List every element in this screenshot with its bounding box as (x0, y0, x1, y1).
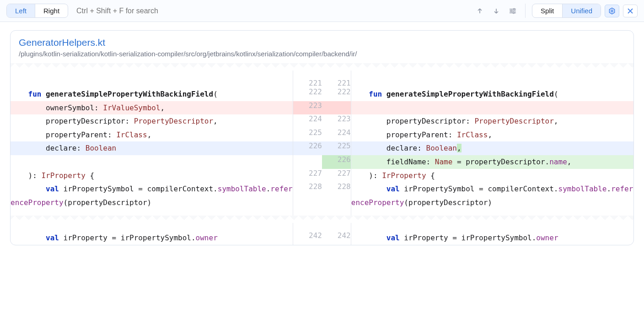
line-number-right (322, 101, 351, 115)
code-left: val irPropertySymbol = compilerContext.s… (11, 182, 293, 209)
code-left (11, 155, 293, 169)
diff-row: 221 221 (11, 70, 633, 87)
code-right: propertyDescriptor: PropertyDescriptor, (351, 114, 633, 128)
left-button[interactable]: Left (7, 4, 35, 17)
code-right (351, 70, 633, 87)
line-number-right: 222 (322, 87, 351, 101)
search-area (75, 4, 519, 18)
next-match-icon[interactable] (490, 5, 502, 17)
code-left: propertyParent: IrClass, (11, 128, 293, 142)
side-toggle: Left Right (6, 4, 68, 18)
line-number-left: 222 (293, 87, 322, 101)
gear-hexagon-icon[interactable] (605, 5, 619, 17)
diff-row: ): IrProperty { 227 227 ): IrProperty { (11, 169, 633, 183)
line-number-right: 223 (322, 114, 351, 128)
settings-sliders-icon[interactable] (507, 5, 519, 17)
spacer (11, 209, 633, 216)
page-body: GeneratorHelpers.kt /plugins/kotlin-seri… (0, 22, 644, 254)
right-button[interactable]: Right (35, 4, 68, 17)
code-left (11, 70, 293, 87)
code-left: val irProperty = irPropertySymbol.owner (11, 223, 293, 245)
toolbar: Left Right Split Unified (0, 0, 644, 22)
diff-row: propertyDescriptor: PropertyDescriptor, … (11, 114, 633, 128)
code-left: ownerSymbol: IrValueSymbol, (11, 101, 293, 115)
collapsed-region-indicator[interactable] (11, 63, 633, 70)
unified-button[interactable]: Unified (562, 4, 601, 17)
code-left: propertyDescriptor: PropertyDescriptor, (11, 114, 293, 128)
line-number-right: 242 (322, 223, 351, 245)
diff-table: val irProperty = irPropertySymbol.owner … (11, 223, 633, 245)
svg-point-0 (514, 8, 515, 10)
code-left: fun generateSimplePropertyWithBackingFie… (11, 87, 293, 101)
line-number-right: 227 (322, 169, 351, 183)
line-number-right: 226 (322, 155, 351, 169)
line-number-left: 223 (293, 101, 322, 115)
code-left: ): IrProperty { (11, 169, 293, 183)
code-right (351, 101, 633, 115)
line-number-left: 242 (293, 223, 322, 245)
diff-row: val irProperty = irPropertySymbol.owner … (11, 223, 633, 245)
diff-row-modified: declare: Boolean 226 225 declare: Boolea… (11, 141, 633, 155)
close-icon[interactable] (623, 5, 638, 17)
diff-row-added: 226 fieldName: Name = propertyDescriptor… (11, 155, 633, 169)
code-right: val irPropertySymbol = compilerContext.s… (351, 182, 633, 209)
view-mode-toggle: Split Unified (532, 4, 601, 18)
line-number-right: 225 (322, 141, 351, 155)
line-number-left (293, 155, 322, 169)
right-toolbar-cluster: Split Unified (525, 4, 638, 18)
search-input[interactable] (75, 4, 469, 18)
svg-point-2 (513, 12, 515, 13)
code-right: propertyParent: IrClass, (351, 128, 633, 142)
file-title[interactable]: GeneratorHelpers.kt (19, 37, 625, 48)
code-right: fun generateSimplePropertyWithBackingFie… (351, 87, 633, 101)
line-number-left: 226 (293, 141, 322, 155)
line-number-left: 225 (293, 128, 322, 142)
line-number-left: 228 (293, 182, 322, 209)
code-right: fieldName: Name = propertyDescriptor.nam… (351, 155, 633, 169)
line-number-left: 227 (293, 169, 322, 183)
line-number-right: 224 (322, 128, 351, 142)
diff-row: fun generateSimplePropertyWithBackingFie… (11, 87, 633, 101)
code-right: declare: Boolean, (351, 141, 633, 155)
svg-point-1 (511, 10, 512, 11)
line-number-right: 221 (322, 70, 351, 87)
diff-table: 221 221 fun generateSimplePropertyWithBa… (11, 70, 633, 216)
line-number-right: 228 (322, 182, 351, 209)
split-button[interactable]: Split (532, 4, 562, 17)
collapsed-region-indicator[interactable] (11, 216, 633, 223)
code-right: ): IrProperty { (351, 169, 633, 183)
file-card: GeneratorHelpers.kt /plugins/kotlin-seri… (10, 30, 634, 245)
prev-match-icon[interactable] (474, 5, 486, 17)
diff-row: propertyParent: IrClass, 225 224 propert… (11, 128, 633, 142)
diff-row-deleted: ownerSymbol: IrValueSymbol, 223 (11, 101, 633, 115)
line-number-left: 221 (293, 70, 322, 87)
svg-point-3 (611, 10, 613, 11)
code-right: val irProperty = irPropertySymbol.owner (351, 223, 633, 245)
line-number-left: 224 (293, 114, 322, 128)
code-left: declare: Boolean (11, 141, 293, 155)
file-header: GeneratorHelpers.kt /plugins/kotlin-seri… (11, 31, 633, 63)
file-path: /plugins/kotlin-serialization/kotlin-ser… (19, 50, 625, 58)
diff-row: val irPropertySymbol = compilerContext.s… (11, 182, 633, 209)
